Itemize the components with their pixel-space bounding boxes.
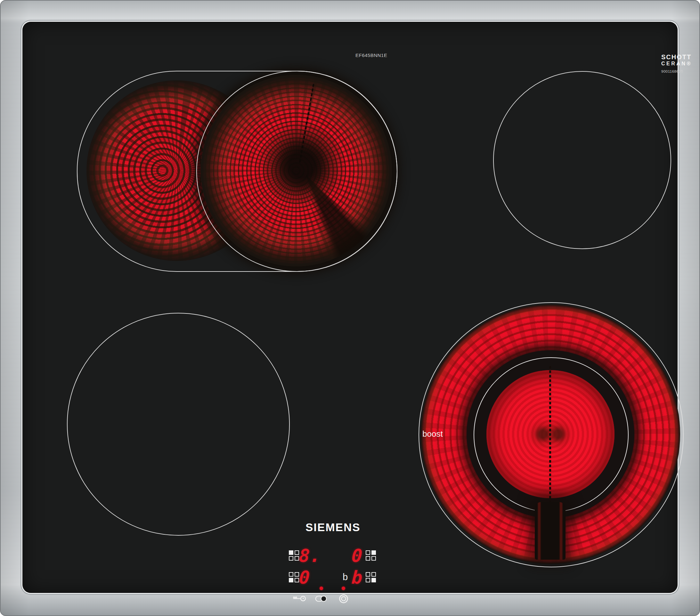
main-zone-outline [196, 71, 397, 272]
indicator-led-dual-ring [342, 587, 345, 590]
dual-ring-zone-icon[interactable] [339, 594, 348, 604]
power-display-front-right[interactable]: b [351, 570, 363, 585]
zone-selector-back-right [366, 550, 376, 561]
zone-front-left-outline [67, 313, 290, 536]
zone-back-right-outline [493, 71, 671, 249]
zone-outer-outline [418, 302, 684, 567]
indicator-led-extended-zone [320, 587, 323, 590]
boost-prefix: b [342, 573, 348, 582]
boost-label: boost [422, 429, 443, 439]
model-label: EF645BNN1E [355, 52, 387, 58]
glass-code: 9001168620 [661, 70, 692, 74]
brand-logo: SIEMENS [305, 521, 361, 534]
zone-selector-front-right [366, 572, 376, 582]
schott-ceran-logo: SCHOTT CERAN® 9001168620 [661, 54, 692, 74]
power-display-front-left[interactable]: 0 [299, 570, 310, 585]
extended-zone-icon[interactable] [315, 595, 327, 602]
power-display-back-left[interactable]: 8. [299, 549, 321, 563]
power-display-back-right[interactable]: 0 [351, 549, 363, 563]
child-lock-key-icon[interactable] [292, 594, 307, 603]
zone-selector-back-left [289, 550, 299, 561]
ceramic-hob: EF645BNN1E SCHOTT CERAN® 9001168620 [0, 0, 700, 616]
zone-selector-front-left [289, 572, 299, 582]
glass-surface: EF645BNN1E SCHOTT CERAN® 9001168620 [22, 22, 678, 593]
schott-line: SCHOTT [661, 54, 692, 60]
ceran-line: CERAN® [661, 61, 692, 66]
